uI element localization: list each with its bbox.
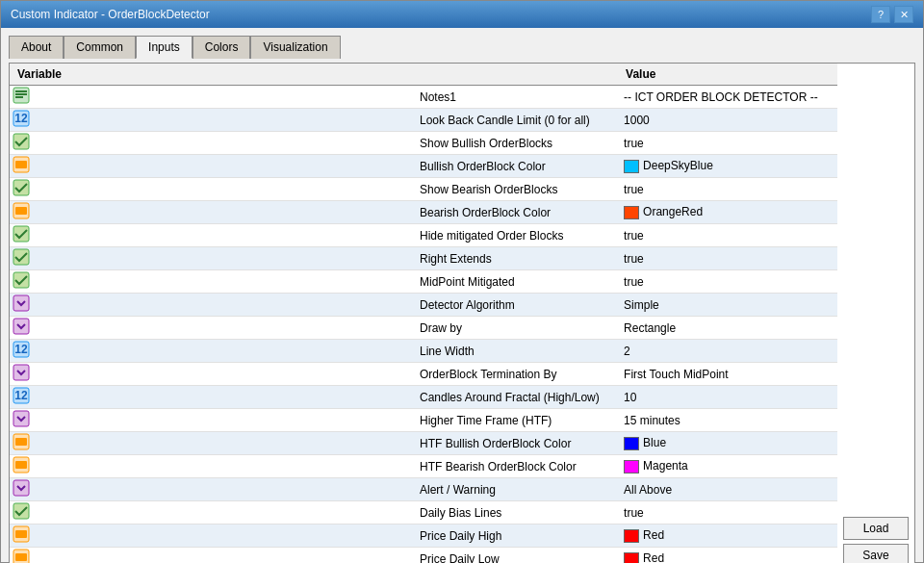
svg-rect-15 (13, 295, 29, 311)
svg-text:12: 12 (14, 343, 28, 356)
save-button[interactable]: Save (843, 544, 909, 563)
tab-about[interactable]: About (9, 36, 64, 59)
inputs-table: Variable Value Notes1-- ICT ORDER BLOCK … (10, 64, 837, 563)
main-window: Custom Indicator - OrderBlockDetector ? … (0, 0, 924, 563)
table-row[interactable]: Price Daily LowRed (10, 548, 837, 564)
help-button[interactable]: ? (871, 6, 890, 23)
table-row[interactable]: Higher Time Frame (HTF)15 minutes (10, 409, 837, 432)
row-icon-bool (10, 132, 414, 155)
content-area: Variable Value Notes1-- ICT ORDER BLOCK … (10, 64, 914, 563)
row-value[interactable]: Blue (618, 432, 837, 455)
row-variable: Bearish OrderBlock Color (414, 201, 618, 224)
title-bar: Custom Indicator - OrderBlockDetector ? … (1, 1, 923, 28)
tab-visualization[interactable]: Visualization (250, 36, 340, 59)
window-title: Custom Indicator - OrderBlockDetector (11, 8, 210, 21)
table-row[interactable]: Draw byRectangle (10, 317, 837, 340)
row-value[interactable]: 15 minutes (618, 409, 837, 432)
row-value[interactable]: true (618, 132, 837, 155)
svg-rect-3 (15, 96, 23, 98)
tab-colors[interactable]: Colors (192, 36, 251, 59)
row-icon-bool (10, 247, 414, 270)
svg-rect-19 (13, 365, 29, 380)
tab-bar: About Common Inputs Colors Visualization (9, 36, 915, 59)
table-row[interactable]: Bullish OrderBlock ColorDeepSkyBlue (10, 155, 837, 178)
table-row[interactable]: Notes1-- ICT ORDER BLOCK DETECTOR -- (10, 86, 837, 109)
row-icon-color (10, 201, 414, 224)
row-icon-bool (10, 224, 414, 247)
table-container[interactable]: Variable Value Notes1-- ICT ORDER BLOCK … (10, 64, 837, 563)
row-icon-enum (10, 294, 414, 317)
row-value[interactable]: true (618, 224, 837, 247)
table-row[interactable]: Hide mitigated Order Blockstrue (10, 224, 837, 247)
row-variable: MidPoint Mitigated (414, 270, 618, 294)
row-icon-bool (10, 178, 414, 201)
row-icon-color (10, 455, 414, 478)
row-value[interactable]: 1000 (618, 109, 837, 132)
row-icon-bool (10, 501, 414, 525)
row-value[interactable]: true (618, 247, 837, 270)
row-value[interactable]: Red (618, 525, 837, 548)
table-row[interactable]: Daily Bias Linestrue (10, 501, 837, 525)
table-row[interactable]: Bearish OrderBlock ColorOrangeRed (10, 201, 837, 224)
row-variable: Candles Around Fractal (High/Low) (414, 386, 618, 409)
row-variable: Notes1 (414, 86, 618, 109)
svg-rect-27 (13, 480, 29, 496)
table-row[interactable]: HTF Bearish OrderBlock ColorMagenta (10, 455, 837, 478)
color-swatch (624, 529, 639, 543)
row-value[interactable]: OrangeRed (618, 201, 837, 224)
row-variable: HTF Bearish OrderBlock Color (414, 455, 618, 478)
table-row[interactable]: 12Look Back Candle Limit (0 for all)1000 (10, 109, 837, 132)
svg-rect-2 (15, 93, 27, 95)
row-value[interactable]: All Above (618, 478, 837, 501)
svg-rect-16 (13, 319, 29, 334)
load-button[interactable]: Load (843, 517, 909, 540)
row-icon-color (10, 548, 414, 564)
table-row[interactable]: Alert / WarningAll Above (10, 478, 837, 501)
table-row[interactable]: MidPoint Mitigatedtrue (10, 270, 837, 294)
tab-inputs[interactable]: Inputs (136, 36, 192, 59)
row-icon-color (10, 155, 414, 178)
main-content: About Common Inputs Colors Visualization… (1, 28, 923, 563)
svg-rect-22 (13, 411, 29, 426)
row-icon-bool (10, 270, 414, 294)
table-row[interactable]: Right Extendstrue (10, 247, 837, 270)
row-value[interactable]: 10 (618, 386, 837, 409)
row-value[interactable]: Red (618, 548, 837, 564)
svg-rect-30 (15, 530, 27, 538)
row-variable: Alert / Warning (414, 478, 618, 501)
svg-rect-24 (15, 438, 27, 446)
table-row[interactable]: Price Daily HighRed (10, 525, 837, 548)
row-value[interactable]: true (618, 178, 837, 201)
close-button[interactable]: ✕ (894, 6, 913, 23)
table-row[interactable]: OrderBlock Termination ByFirst Touch Mid… (10, 363, 837, 386)
row-value[interactable]: 2 (618, 340, 837, 363)
tab-common[interactable]: Common (64, 36, 136, 59)
svg-rect-11 (15, 207, 27, 215)
row-variable: Daily Bias Lines (414, 501, 618, 525)
table-row[interactable]: Detector AlgorithmSimple (10, 294, 837, 317)
row-icon-enum (10, 317, 414, 340)
row-icon-color (10, 525, 414, 548)
row-variable: Show Bullish OrderBlocks (414, 132, 618, 155)
row-value[interactable]: Magenta (618, 455, 837, 478)
table-row[interactable]: 12Candles Around Fractal (High/Low)10 (10, 386, 837, 409)
table-row[interactable]: 12Line Width2 (10, 340, 837, 363)
row-value[interactable]: true (618, 270, 837, 294)
table-row[interactable]: Show Bullish OrderBlockstrue (10, 132, 837, 155)
row-icon-number: 12 (10, 109, 414, 132)
table-row[interactable]: HTF Bullish OrderBlock ColorBlue (10, 432, 837, 455)
row-value[interactable]: Rectangle (618, 317, 837, 340)
col-header-variable: Variable (10, 64, 618, 86)
svg-rect-26 (15, 461, 27, 469)
svg-text:12: 12 (14, 112, 28, 125)
row-value[interactable]: -- ICT ORDER BLOCK DETECTOR -- (618, 86, 837, 109)
row-value[interactable]: DeepSkyBlue (618, 155, 837, 178)
row-value[interactable]: true (618, 501, 837, 525)
table-row[interactable]: Show Bearish OrderBlockstrue (10, 178, 837, 201)
row-value[interactable]: Simple (618, 294, 837, 317)
row-icon-color (10, 432, 414, 455)
row-variable: HTF Bullish OrderBlock Color (414, 432, 618, 455)
row-variable: Draw by (414, 317, 618, 340)
svg-rect-8 (15, 161, 27, 168)
row-value[interactable]: First Touch MidPoint (618, 363, 837, 386)
